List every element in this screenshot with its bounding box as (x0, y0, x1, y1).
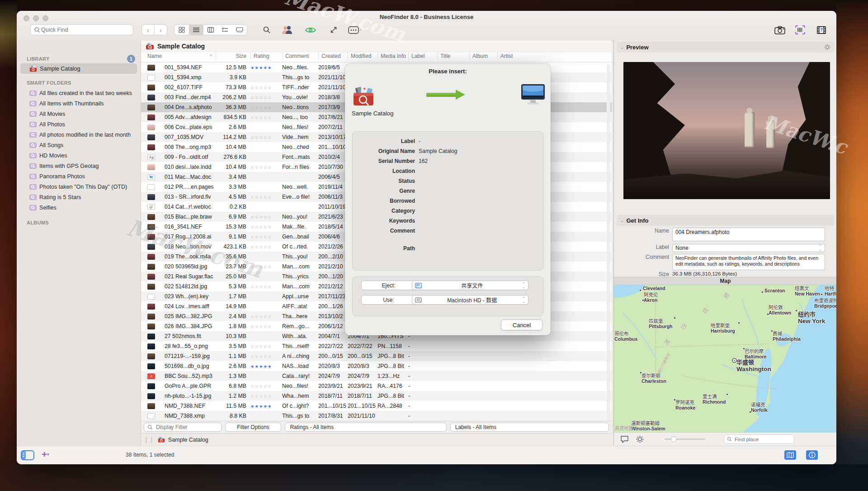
column-comment[interactable]: Comment (282, 52, 318, 60)
astronaut-figure (745, 112, 755, 147)
path-item-catalog[interactable]: Sample Catalog (168, 437, 208, 443)
close-button[interactable] (24, 15, 29, 21)
file-row[interactable]: ♪ BBC Sou...52).mp3 1.3 MB Cata...rary! … (141, 371, 612, 381)
map-settings-gear-button[interactable] (636, 435, 644, 443)
map-callout-button[interactable] (620, 435, 629, 443)
file-row[interactable]: GoPro A...ple.GPR 6.8 MB ☆☆☆☆☆ Neo...fil… (141, 381, 612, 391)
sidebar-toggle-button[interactable] (21, 450, 34, 460)
sidebar-smart-folder[interactable]: All files created in the last two weeks (20, 88, 137, 98)
file-thumbnail (147, 284, 155, 290)
column-album[interactable]: Album (469, 52, 497, 60)
column-title[interactable]: Title (437, 52, 469, 60)
eject-volume-popup[interactable]: 共享文件 ⌃⌄ (412, 281, 528, 290)
display-filter-field[interactable] (144, 423, 222, 432)
smart-folder-icon (29, 173, 37, 179)
column-label[interactable]: Label (408, 52, 437, 60)
gallery-view-button[interactable] (232, 25, 247, 35)
sidebar-smart-folder[interactable]: Selfies (20, 202, 137, 213)
barcode-scan-button[interactable] (793, 24, 808, 36)
column-size[interactable]: Size (216, 52, 250, 60)
status-bar: +▾ 38 Items, 1 selected (17, 446, 836, 464)
sidebar-item-catalog[interactable]: Sample Catalog (20, 63, 137, 74)
find-place-field[interactable] (724, 434, 794, 444)
minimize-button[interactable] (33, 15, 39, 21)
column-view-button[interactable] (203, 25, 218, 35)
file-row[interactable]: 28 fe3...55_o.png 3.5 MB ☆☆☆☆☆ This...rs… (141, 341, 612, 351)
get-info-section-header[interactable]: ⌄ Get Info (617, 215, 834, 226)
back-button[interactable]: ‹ (142, 25, 154, 35)
more-actions-button[interactable] (347, 24, 363, 36)
find-place-input[interactable] (734, 436, 791, 443)
label-select[interactable]: None⌃⌄ (672, 244, 825, 252)
group-view-button[interactable] (218, 25, 232, 35)
preview-section-header[interactable]: ⌄ Preview (617, 42, 834, 52)
movie-help-button[interactable]: ? (814, 24, 829, 36)
ratings-filter-button[interactable]: Ratings - All Items (285, 423, 446, 432)
filter-options-button[interactable]: Filter Options (225, 423, 282, 432)
file-row[interactable]: NMD_7388.NEF 11.5 MB ★★★★★ Of c...ight? … (141, 401, 612, 411)
path-bar-grip[interactable]: ❘❘ (144, 436, 155, 443)
map-view[interactable]: Cleveland阿克伦AkronScranton纽黑文New Haven哈特H… (614, 285, 836, 432)
name-field[interactable]: 004 Dreamers.afphoto (672, 228, 825, 241)
sidebar-smart-folder[interactable]: All photos modified in the last month (20, 129, 137, 140)
gear-icon[interactable] (824, 44, 830, 50)
preview-image[interactable] (623, 62, 830, 199)
use-volume-popup[interactable]: Macintosh HD - 数据 ⌃⌄ (412, 295, 528, 305)
column-created[interactable]: Created (318, 52, 348, 60)
file-row[interactable]: NMD_7388.xmp 8.8 KB This...gs to 2017/8/… (141, 411, 612, 421)
file-row[interactable]: 071219-...-159.jpg 1.1 MB ☆☆☆☆☆ A ni...c… (141, 351, 612, 361)
nav-buttons: ‹ › (142, 24, 167, 35)
quicklook-eye-button[interactable] (303, 24, 318, 36)
zoom-slider-knob[interactable] (671, 436, 677, 442)
zoom-button[interactable] (42, 15, 48, 21)
map-city-dot (743, 348, 745, 350)
file-thumbnail (147, 324, 155, 329)
cancel-button[interactable]: Cancel (501, 319, 542, 330)
find-button[interactable] (259, 24, 274, 36)
icon-view-button[interactable] (175, 25, 189, 35)
info-comment-row: Comment NeoFinder can generate thumbnail… (614, 254, 831, 270)
map-city-label: 哥伦布Columbus (614, 331, 637, 342)
volume-info-row: Comment (353, 226, 543, 236)
show-map-button[interactable] (784, 450, 796, 460)
sidebar-smart-folder[interactable]: All Items with Thumbnails (20, 98, 137, 109)
column-modified[interactable]: Modified (348, 52, 377, 60)
forward-button[interactable]: › (154, 25, 167, 35)
sidebar-smart-folder[interactable]: Items with GPS Geotag (20, 161, 137, 171)
map-zoom-slider[interactable] (665, 439, 705, 440)
people-faces-button[interactable] (279, 24, 295, 36)
sidebar-smart-folder[interactable]: Rating is 5 Stars (20, 192, 137, 202)
column-artist[interactable]: Artist (497, 52, 524, 60)
vertical-scrollbar[interactable] (607, 64, 610, 426)
file-row[interactable]: nh-pluto...-1-15.jpg 1.2 MB ☆☆☆☆☆ Wha...… (141, 391, 612, 401)
show-info-button[interactable] (806, 450, 818, 460)
map-section-header[interactable]: Map (614, 277, 836, 285)
quick-find-input[interactable] (40, 26, 130, 33)
comment-field[interactable]: NeoFinder can generate thumbnails of Aff… (672, 254, 825, 270)
sidebar-smart-folder[interactable]: All Movies (20, 109, 137, 119)
sidebar-smart-folder[interactable]: Photos taken "On This Day" (OTD) (20, 181, 137, 192)
display-filter-input[interactable] (155, 424, 218, 431)
sidebar-smart-folder[interactable]: All Songs (20, 140, 137, 150)
column-rating[interactable]: Rating (250, 52, 282, 60)
file-row[interactable]: 501698...db_o.jpg 2.6 MB ★★★★★ NAS...loa… (141, 361, 612, 371)
camera-button[interactable] (772, 24, 788, 36)
sidebar-smart-folder[interactable]: Panorama Photos (20, 171, 137, 181)
use-button[interactable]: Use: (361, 295, 416, 305)
sidebar-smart-folder[interactable]: All Photos (20, 119, 137, 129)
inspector-panel: ⌄ Preview ⌄ Get Info Name 004 (613, 41, 836, 446)
add-button[interactable]: +▾ (42, 449, 49, 460)
search-icon (147, 424, 153, 430)
file-thumbnail (147, 184, 155, 190)
column-media-info[interactable]: Media Info (377, 52, 408, 60)
file-thumbnail (147, 254, 155, 260)
eject-button[interactable]: Eject: (361, 281, 416, 290)
smart-folder-icon (29, 90, 37, 96)
fullscreen-button[interactable] (326, 24, 341, 36)
quick-find-field[interactable] (30, 24, 133, 35)
column-name[interactable]: Name^ (147, 53, 216, 59)
sidebar-smart-folder[interactable]: HD Movies (20, 150, 137, 161)
list-view-button[interactable] (189, 25, 203, 35)
file-thumbnail (147, 393, 155, 399)
labels-filter-button[interactable]: Labels - All Items (450, 423, 609, 432)
